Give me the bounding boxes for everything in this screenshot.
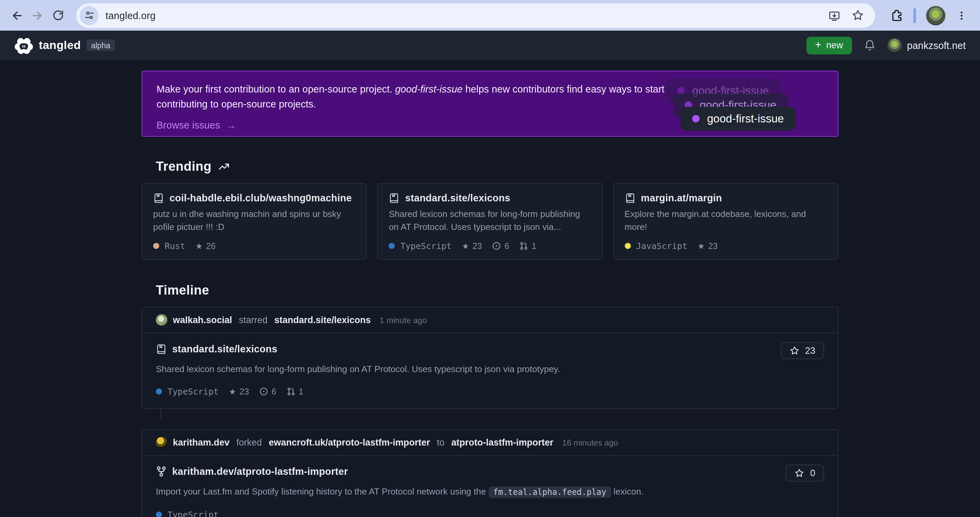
star-icon: ★ <box>698 242 705 250</box>
repo-link[interactable]: standard.site/lexicons <box>156 344 824 354</box>
language-dot-icon <box>156 389 162 395</box>
reload-icon <box>52 10 64 21</box>
target-repo-link[interactable]: atproto-lastfm-importer <box>451 438 553 447</box>
language-dot-icon <box>389 243 395 249</box>
repo-link[interactable]: margin.at/margin <box>624 192 827 203</box>
address-bar[interactable]: tangled.org <box>76 3 875 27</box>
star-icon: ★ <box>195 242 203 250</box>
site-header: tangled alpha + new pankzsoft.net <box>0 31 980 60</box>
event-time: 16 minutes ago <box>562 438 618 447</box>
star-count: ★23 <box>229 387 249 396</box>
puzzle-icon <box>890 9 903 22</box>
repo-link[interactable]: standard.site/lexicons <box>389 192 592 203</box>
star-button[interactable]: 23 <box>781 342 824 359</box>
reload-button[interactable] <box>48 5 68 25</box>
browser-menu-button[interactable] <box>950 5 973 25</box>
actor-avatar[interactable] <box>156 437 167 448</box>
event-preposition: to <box>437 438 445 447</box>
issue-icon <box>492 241 501 251</box>
trending-cards: coil-habdle.ebil.club/washng0machine put… <box>142 183 838 260</box>
notifications-bell-icon[interactable] <box>864 39 876 51</box>
inline-code: fm.teal.alpha.feed.play <box>488 486 611 498</box>
issue-count: 6 <box>259 387 276 396</box>
back-arrow-icon <box>11 9 23 21</box>
book-repo-icon <box>624 192 635 203</box>
event-action: starred <box>239 315 267 325</box>
issue-count: 6 <box>492 241 509 251</box>
kebab-menu-icon <box>956 10 967 21</box>
arrow-right-icon: → <box>226 120 236 131</box>
label-dot-icon <box>692 115 700 122</box>
timeline-event: walkah.social starred standard.site/lexi… <box>142 307 838 409</box>
extensions-button[interactable] <box>885 5 908 25</box>
star-icon: ★ <box>229 387 237 396</box>
repo-meta: JavaScript ★23 <box>624 241 827 251</box>
target-repo-link[interactable]: ewancroft.uk/atproto-lastfm-importer <box>269 438 430 447</box>
language-dot-icon <box>153 243 159 249</box>
repo-description: putz u in dhe washing machin and spins u… <box>153 208 356 233</box>
trending-up-icon <box>218 160 230 173</box>
actor-link[interactable]: walkah.social <box>173 315 232 325</box>
timeline-heading: Timeline <box>142 283 838 298</box>
actor-avatar[interactable] <box>156 314 167 326</box>
timeline-repo-card: karitham.dev/atproto-lastfm-importer 0 I… <box>142 456 838 517</box>
star-count: ★26 <box>195 241 215 251</box>
brand-name: tangled <box>39 38 81 52</box>
timeline-event-header: walkah.social starred standard.site/lexi… <box>142 308 838 333</box>
back-button[interactable] <box>7 5 27 25</box>
install-app-icon[interactable] <box>828 9 840 21</box>
good-first-issue-chip: good-first-issue <box>681 107 795 131</box>
repo-description: Import your Last.fm and Spotify listenin… <box>156 485 768 499</box>
repo-link[interactable]: coil-habdle.ebil.club/washng0machine <box>153 192 356 203</box>
pull-count: 1 <box>519 241 536 251</box>
browser-profile-avatar[interactable] <box>926 5 946 25</box>
actor-link[interactable]: karitham.dev <box>173 438 230 447</box>
book-repo-icon <box>153 192 164 203</box>
plus-icon: + <box>815 40 821 50</box>
tangled-logo-icon <box>14 36 33 55</box>
site-settings-button[interactable] <box>80 6 99 25</box>
timeline-connector-line <box>161 409 161 420</box>
alpha-badge: alpha <box>86 40 115 51</box>
book-repo-icon <box>389 192 400 203</box>
user-handle: pankzsoft.net <box>907 40 966 51</box>
target-repo-link[interactable]: standard.site/lexicons <box>274 315 371 325</box>
browse-issues-link[interactable]: Browse issues → <box>156 120 236 131</box>
repo-meta: Rust ★26 <box>153 241 356 251</box>
browser-toolbar: tangled.org <box>0 0 980 31</box>
repo-description: Explore the margin.at codebase, lexicons… <box>624 208 827 233</box>
trending-card[interactable]: margin.at/margin Explore the margin.at c… <box>613 183 838 260</box>
star-button[interactable]: 0 <box>786 465 824 482</box>
pull-count: 1 <box>286 387 304 396</box>
timeline-repo-card: standard.site/lexicons 23 Shared lexicon… <box>142 333 838 408</box>
star-count: ★23 <box>462 241 482 251</box>
timeline-event-header: karitham.dev forked ewancroft.uk/atproto… <box>142 430 838 456</box>
repo-meta: TypeScript <box>156 509 824 517</box>
repo-meta: TypeScript ★23 6 1 <box>156 386 824 396</box>
trending-card[interactable]: standard.site/lexicons Shared lexicon sc… <box>377 183 603 260</box>
profile-indicator-bar <box>913 8 916 23</box>
url-text: tangled.org <box>105 10 828 21</box>
new-button[interactable]: + new <box>806 36 852 54</box>
repo-meta: TypeScript ★23 6 1 <box>389 241 592 251</box>
event-action: forked <box>237 438 262 447</box>
repo-description: Shared lexicon schemas for long-form pub… <box>389 208 592 233</box>
event-time: 1 minute ago <box>380 315 427 325</box>
repo-description: Shared lexicon schemas for long-form pub… <box>156 363 768 376</box>
trending-card[interactable]: coil-habdle.ebil.club/washng0machine put… <box>142 183 367 260</box>
user-avatar <box>888 38 902 52</box>
brand-home-link[interactable]: tangled alpha <box>14 36 115 55</box>
star-outline-icon <box>789 346 800 356</box>
issue-icon <box>259 387 268 396</box>
book-repo-icon <box>156 344 167 354</box>
pull-request-icon <box>519 241 528 251</box>
good-first-issue-banner: Make your first contribution to an open-… <box>142 71 838 137</box>
bookmark-star-icon[interactable] <box>851 9 864 22</box>
tune-icon <box>84 10 94 21</box>
banner-text: Make your first contribution to an open-… <box>156 82 684 111</box>
repo-link[interactable]: karitham.dev/atproto-lastfm-importer <box>156 466 824 477</box>
language-dot-icon <box>624 243 630 249</box>
forward-button[interactable] <box>27 5 48 25</box>
user-menu[interactable]: pankzsoft.net <box>888 38 966 52</box>
language-dot-icon <box>156 512 162 517</box>
